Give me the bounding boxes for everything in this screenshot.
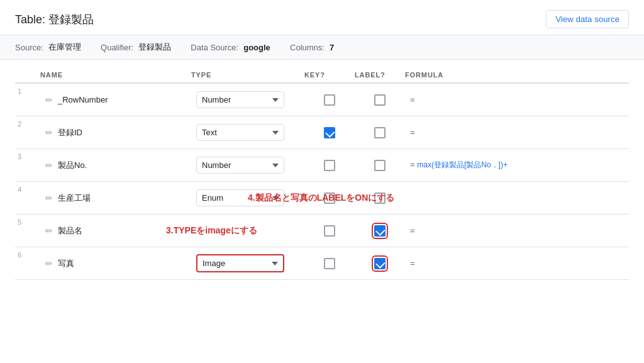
table-row: 3 ✏ 製品No. Number = max(登録製品[製品No．])+	[15, 149, 629, 182]
field-name: 製品名	[58, 225, 82, 237]
source-label: Source:	[15, 43, 43, 52]
label-checkbox[interactable]	[374, 193, 386, 204]
row-number: 2	[15, 116, 40, 128]
cell-formula: =	[405, 226, 629, 235]
column-headers: NAME TYPE KEY? LABEL? FORMULA	[15, 65, 629, 84]
cell-name: ✏ 生産工場	[40, 193, 191, 204]
cell-name: ✏ 製品No.	[40, 160, 191, 171]
cell-type: Enum	[191, 189, 304, 206]
key-checkbox[interactable]	[324, 225, 335, 237]
label-checkbox[interactable]	[374, 94, 386, 106]
type-select[interactable]: Image	[196, 254, 284, 272]
field-name: 製品No.	[58, 160, 87, 171]
edit-icon[interactable]: ✏	[45, 128, 53, 138]
key-checkbox[interactable]	[324, 258, 335, 269]
qualifier-value: 登録製品	[138, 42, 171, 53]
cell-label	[355, 160, 405, 171]
type-select[interactable]: Number	[196, 157, 284, 174]
qualifier-label: Qualifier:	[101, 43, 133, 52]
formula-text: max(登録製品[製品No．])+	[417, 160, 508, 169]
row-number: 4	[15, 182, 40, 193]
key-checkbox[interactable]	[324, 193, 335, 204]
table-row: 5 ✏ 製品名 3.TYPEをimageにする Text =	[15, 215, 629, 247]
row-number: 5	[15, 215, 40, 226]
cell-type: Text	[191, 124, 304, 141]
cell-key	[304, 225, 355, 237]
type-select[interactable]: Number	[196, 91, 284, 108]
type-select[interactable]: Text	[196, 124, 284, 141]
source-value: 在庫管理	[48, 42, 81, 53]
edit-icon[interactable]: ✏	[45, 160, 53, 170]
cell-label	[355, 258, 405, 269]
page-title: Table: 登録製品	[15, 12, 94, 27]
field-name: 生産工場	[58, 193, 91, 204]
cell-name: ✏ _RowNumber	[40, 95, 191, 105]
formula-eq: =	[410, 160, 415, 169]
key-checkbox[interactable]	[324, 160, 335, 171]
table-area: NAME TYPE KEY? LABEL? FORMULA 1 ✏ _RowNu…	[0, 65, 644, 280]
col-header-key: KEY?	[304, 71, 355, 79]
columns-value: 7	[330, 43, 334, 52]
cell-name: ✏ 製品名	[40, 225, 191, 237]
cell-name: ✏ 写真	[40, 258, 191, 269]
datasource-value: google	[243, 43, 270, 52]
type-select[interactable]: Enum	[196, 189, 284, 206]
formula-eq: =	[410, 226, 415, 235]
datasource-label: Data Source:	[191, 43, 238, 52]
cell-formula: =	[405, 95, 629, 104]
header: Table: 登録製品 View data source	[0, 0, 644, 35]
cell-key	[304, 193, 355, 204]
col-header-type: TYPE	[191, 71, 304, 79]
cell-label	[355, 127, 405, 138]
col-header-name: NAME	[40, 71, 191, 79]
cell-label	[355, 193, 405, 204]
table-row: 6 ✏ 写真 Image =	[15, 247, 629, 280]
cell-formula: =	[405, 259, 629, 268]
cell-name: ✏ 登録ID	[40, 127, 191, 138]
col-header-label: LABEL?	[355, 71, 405, 79]
cell-type: Number	[191, 91, 304, 108]
field-name: 写真	[58, 258, 74, 269]
cell-formula: = max(登録製品[製品No．])+	[405, 160, 629, 170]
cell-type: Image	[191, 254, 304, 272]
cell-key	[304, 127, 355, 138]
key-checkbox[interactable]	[324, 127, 335, 138]
label-checkbox[interactable]	[374, 160, 386, 171]
source-bar: Source: 在庫管理 Qualifier: 登録製品 Data Source…	[0, 35, 644, 60]
cell-type: Number	[191, 157, 304, 174]
cell-type: Text	[191, 222, 304, 239]
cell-key	[304, 258, 355, 269]
view-data-source-button[interactable]: View data source	[546, 10, 629, 28]
cell-label	[355, 94, 405, 106]
cell-key	[304, 94, 355, 106]
col-header-formula: FORMULA	[405, 71, 629, 79]
label-checkbox[interactable]	[374, 258, 386, 269]
cell-formula: =	[405, 128, 629, 137]
key-checkbox[interactable]	[324, 94, 335, 106]
row-number: 1	[15, 84, 40, 95]
columns-label: Columns:	[290, 43, 325, 52]
table-row: 4 ✏ 生産工場 Enum 4.製品名と写真のLABELをONにする	[15, 182, 629, 215]
page: Table: 登録製品 View data source Source: 在庫管…	[0, 0, 644, 363]
edit-icon[interactable]: ✏	[45, 95, 53, 105]
row-number: 6	[15, 247, 40, 259]
formula-eq: =	[410, 259, 415, 268]
field-name: _RowNumber	[58, 95, 108, 104]
cell-key	[304, 160, 355, 171]
row-number: 3	[15, 149, 40, 160]
table-row: 1 ✏ _RowNumber Number =	[15, 84, 629, 116]
formula-eq: =	[410, 128, 415, 137]
label-checkbox[interactable]	[374, 225, 386, 237]
label-checkbox[interactable]	[374, 127, 386, 138]
field-name: 登録ID	[58, 127, 82, 138]
table-row: 2 ✏ 登録ID Text =	[15, 116, 629, 149]
edit-icon[interactable]: ✏	[45, 226, 53, 236]
formula-eq: =	[410, 95, 415, 104]
edit-icon[interactable]: ✏	[45, 193, 53, 203]
cell-label	[355, 225, 405, 237]
col-header-rownum	[15, 71, 40, 79]
edit-icon[interactable]: ✏	[45, 259, 53, 269]
